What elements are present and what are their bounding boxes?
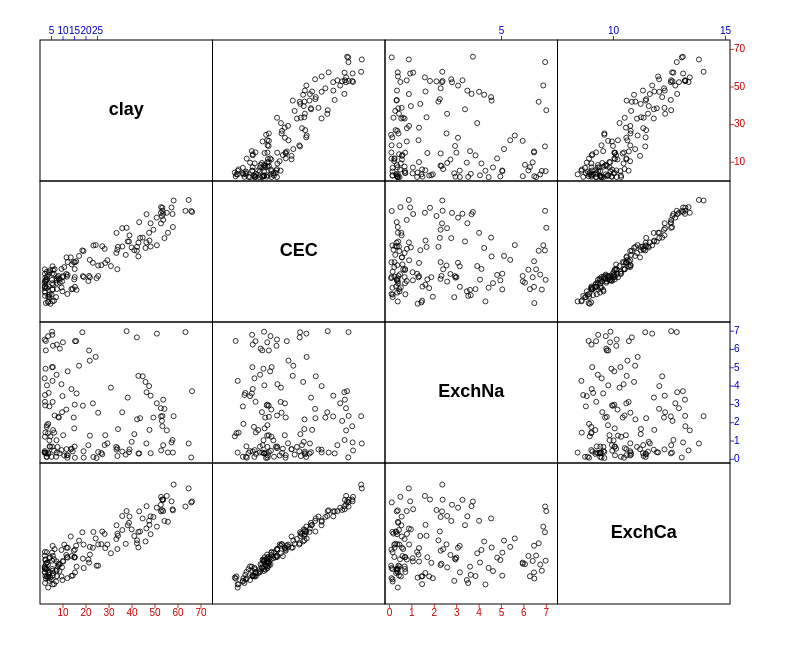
plot-canvas [0,0,785,659]
scatter-matrix [0,0,785,659]
